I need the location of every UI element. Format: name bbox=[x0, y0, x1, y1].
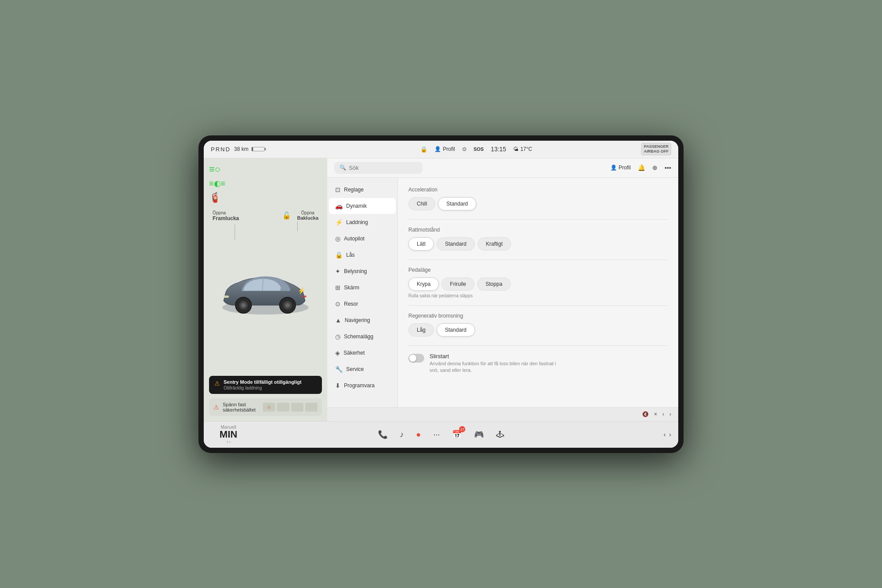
pedal-frirulle-btn[interactable]: Frirulle bbox=[441, 277, 475, 291]
bottom-nav-right[interactable]: › bbox=[669, 431, 671, 438]
accel-standard-btn[interactable]: Standard bbox=[438, 197, 476, 210]
rear-door-label[interactable]: Öppna Baklucka bbox=[297, 210, 318, 221]
joystick-icon[interactable]: 🕹 bbox=[494, 428, 506, 441]
bluetooth-icon[interactable]: ⊕ bbox=[652, 164, 658, 171]
nav-arrow-left[interactable]: ‹ bbox=[662, 411, 664, 417]
pedalage-title: Pedaläge bbox=[408, 267, 668, 273]
sakerhet-icon: ◈ bbox=[335, 349, 340, 356]
sentry-warning: ⚠ Sentry Mode tillfälligt otillgängligt … bbox=[209, 376, 322, 394]
pedalage-options: Krypa Frirulle Stoppa bbox=[408, 277, 668, 291]
accel-chill-btn[interactable]: Chill bbox=[408, 197, 435, 210]
divider-3 bbox=[408, 305, 668, 306]
laddning-icon: ⚡ bbox=[335, 219, 343, 226]
right-panel: 🔍 👤 Profil 🔔 ⊕ ▪▪▪ bbox=[327, 158, 678, 421]
slirstart-title: Slirstart bbox=[430, 353, 562, 360]
rattmotstand-title: Rattmotstånd bbox=[408, 227, 668, 233]
divider-1 bbox=[408, 219, 668, 220]
reglage-icon: ⊡ bbox=[335, 186, 340, 193]
headlight-icon[interactable]: ≡○ bbox=[209, 164, 322, 175]
slirstart-toggle[interactable] bbox=[408, 354, 424, 363]
weather-display: 🌤 17°C bbox=[513, 146, 532, 152]
connector-left bbox=[235, 225, 235, 240]
sentry-warn-icon: ⚠ bbox=[214, 380, 220, 387]
seatbelt-alert-icon: ⚠ bbox=[213, 404, 219, 411]
calendar-badge-container[interactable]: 📅 27 bbox=[450, 428, 463, 441]
svg-point-7 bbox=[285, 303, 290, 307]
programvara-icon: ⬇ bbox=[335, 382, 340, 389]
schemalag-icon: ◷ bbox=[335, 333, 340, 340]
phone-icon[interactable]: 📞 bbox=[376, 428, 389, 441]
nav-item-programvara[interactable]: ⬇ Programvara bbox=[329, 378, 396, 393]
record-icon[interactable]: ● bbox=[415, 428, 423, 441]
pedal-stoppa-btn[interactable]: Stoppa bbox=[477, 277, 511, 291]
games-icon[interactable]: 🎮 bbox=[472, 428, 486, 441]
nav-item-dynamik[interactable]: 🚗 Dynamik bbox=[329, 198, 396, 214]
nav-menu: ⊡ Reglage 🚗 Dynamik ⚡ Laddning ◎ bbox=[327, 178, 398, 407]
pedal-krypa-btn[interactable]: Krypa bbox=[408, 277, 439, 291]
ratt-standard-btn[interactable]: Standard bbox=[437, 237, 475, 251]
nav-item-navigering[interactable]: ▲ Navigering bbox=[329, 312, 396, 328]
nav-item-schemalag[interactable]: ◷ Schemalägg bbox=[329, 329, 396, 345]
profile-btn-top[interactable]: 👤 Profil bbox=[434, 146, 455, 152]
seat-3 bbox=[291, 403, 303, 412]
weather-icon: 🌤 bbox=[513, 146, 519, 152]
nav-item-laddning[interactable]: ⚡ Laddning bbox=[329, 214, 396, 230]
slirstart-desc: Använd denna funktion för att få loss bi… bbox=[430, 360, 562, 374]
left-icons: ≡○ ≡◐≡ 🧯 bbox=[209, 164, 322, 203]
vol-x-label: × bbox=[654, 411, 657, 417]
dynamik-icon: 🚗 bbox=[335, 202, 343, 210]
nav-item-belysning[interactable]: ✦ Belysning bbox=[329, 263, 396, 279]
nav-item-sakerhet[interactable]: ◈ Säkerhet bbox=[329, 345, 396, 361]
nav-item-resor[interactable]: ⊙ Resor bbox=[329, 296, 396, 312]
search-icon: 🔍 bbox=[340, 165, 346, 171]
bell-icon[interactable]: 🔔 bbox=[638, 164, 645, 171]
calendar-badge-num: 27 bbox=[459, 426, 465, 432]
regen-lag-btn[interactable]: Låg bbox=[408, 323, 434, 337]
divider-2 bbox=[408, 259, 668, 260]
nav-item-las[interactable]: 🔒 Lås bbox=[329, 247, 396, 263]
connector-right bbox=[297, 221, 298, 231]
front-door-label[interactable]: Öppna Framlucka bbox=[213, 210, 239, 221]
status-right: PASSENGER AIRBAG OFF bbox=[618, 143, 671, 155]
nav-item-service[interactable]: 🔧 Service bbox=[329, 361, 396, 377]
music-icon[interactable]: ♪ bbox=[398, 428, 406, 441]
service-icon: 🔧 bbox=[335, 366, 343, 373]
gear-arrow-left[interactable]: ‹ bbox=[227, 439, 228, 444]
navigering-icon: ▲ bbox=[335, 317, 341, 324]
divider-4 bbox=[408, 345, 668, 346]
range-info: 38 km bbox=[234, 146, 265, 152]
search-wrapper[interactable]: 🔍 bbox=[334, 162, 422, 174]
bottom-nav-left[interactable]: ‹ bbox=[664, 431, 666, 438]
gear-value: MIN bbox=[220, 430, 237, 439]
car-svg-container: ⚡ bbox=[215, 261, 316, 320]
top-actions: 👤 Profil 🔔 ⊕ ▪▪▪ bbox=[610, 164, 671, 171]
bottom-icons: 📞 ♪ ● ··· 📅 27 🎮 🕹 bbox=[376, 428, 506, 441]
mini-bottom-bar: 🔇 × ‹ › bbox=[327, 407, 678, 421]
nav-item-skarm[interactable]: ⊞ Skärm bbox=[329, 280, 396, 296]
profile-icon-action: 👤 bbox=[610, 165, 617, 171]
seatbelt-warning-icon: 🧯 bbox=[209, 192, 322, 203]
gear-arrow-right[interactable]: › bbox=[229, 439, 230, 444]
bottom-left: Manuell MIN ‹ › bbox=[211, 425, 246, 444]
ratt-latt-btn[interactable]: Lätt bbox=[408, 237, 434, 251]
rattmotstand-options: Lätt Standard Kraftigt bbox=[408, 237, 668, 251]
profile-action[interactable]: 👤 Profil bbox=[610, 165, 631, 171]
regen-standard-btn[interactable]: Standard bbox=[437, 323, 475, 337]
more-icon[interactable]: ··· bbox=[431, 428, 441, 441]
seatbelt-area: ⚠ Spänn fast säkerhetsbältet ⚠ bbox=[209, 398, 322, 416]
acceleration-options: Chill Standard bbox=[408, 197, 668, 210]
nav-item-autopilot[interactable]: ◎ Autopilot bbox=[329, 231, 396, 247]
battery-fill bbox=[252, 147, 253, 151]
nav-item-reglage[interactable]: ⊡ Reglage bbox=[329, 182, 396, 198]
resor-icon: ⊙ bbox=[335, 300, 340, 307]
seat-2 bbox=[277, 403, 289, 412]
svg-text:⚡: ⚡ bbox=[298, 287, 306, 295]
vol-mute-icon[interactable]: 🔇 bbox=[642, 411, 649, 417]
ratt-kraftigt-btn[interactable]: Kraftigt bbox=[478, 237, 511, 251]
fog-icon[interactable]: ≡◐≡ bbox=[209, 179, 322, 188]
seat-icons: ⚠ bbox=[263, 403, 318, 412]
search-input[interactable] bbox=[349, 165, 411, 171]
svg-rect-10 bbox=[302, 296, 306, 297]
bottom-bar: Manuell MIN ‹ › 📞 ♪ ● ··· 📅 27 🎮 🕹 bbox=[204, 421, 678, 448]
nav-arrow-right[interactable]: › bbox=[669, 411, 671, 417]
